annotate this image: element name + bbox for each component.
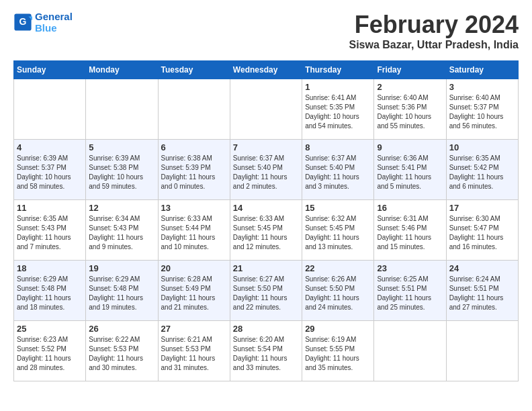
- day-info: Sunrise: 6:29 AM Sunset: 5:48 PM Dayligh…: [89, 275, 154, 312]
- day-info: Sunrise: 6:31 AM Sunset: 5:46 PM Dayligh…: [377, 214, 443, 252]
- calendar-cell: 24Sunrise: 6:24 AM Sunset: 5:51 PM Dayli…: [446, 261, 518, 321]
- header-sunday: Sunday: [14, 61, 86, 79]
- day-info: Sunrise: 6:27 AM Sunset: 5:50 PM Dayligh…: [233, 275, 299, 312]
- calendar-cell: 21Sunrise: 6:27 AM Sunset: 5:50 PM Dayli…: [230, 261, 302, 321]
- day-info: Sunrise: 6:23 AM Sunset: 5:52 PM Dayligh…: [17, 335, 83, 373]
- day-number: 25: [17, 324, 83, 334]
- calendar-cell: [230, 79, 302, 140]
- calendar-subtitle: Siswa Bazar, Uttar Pradesh, India: [349, 39, 519, 51]
- day-number: 23: [377, 263, 443, 273]
- day-info: Sunrise: 6:37 AM Sunset: 5:40 PM Dayligh…: [305, 154, 371, 191]
- day-number: 15: [305, 203, 371, 213]
- header-row: SundayMondayTuesdayWednesdayThursdayFrid…: [14, 61, 519, 79]
- day-number: 27: [161, 324, 227, 334]
- day-info: Sunrise: 6:40 AM Sunset: 5:37 PM Dayligh…: [449, 93, 515, 131]
- day-info: Sunrise: 6:22 AM Sunset: 5:53 PM Dayligh…: [89, 335, 154, 373]
- calendar-cell: 14Sunrise: 6:33 AM Sunset: 5:45 PM Dayli…: [230, 200, 302, 261]
- header-monday: Monday: [86, 61, 158, 79]
- day-number: 18: [17, 263, 83, 273]
- day-info: Sunrise: 6:35 AM Sunset: 5:43 PM Dayligh…: [17, 214, 83, 252]
- logo-line1: General: [35, 11, 73, 22]
- day-number: 13: [161, 203, 227, 213]
- day-number: 24: [449, 263, 515, 273]
- day-info: Sunrise: 6:35 AM Sunset: 5:42 PM Dayligh…: [449, 154, 515, 191]
- day-info: Sunrise: 6:19 AM Sunset: 5:55 PM Dayligh…: [305, 335, 371, 373]
- calendar-cell: 8Sunrise: 6:37 AM Sunset: 5:40 PM Daylig…: [302, 140, 374, 200]
- day-number: 1: [305, 82, 371, 92]
- day-info: Sunrise: 6:33 AM Sunset: 5:44 PM Dayligh…: [161, 214, 227, 252]
- calendar-cell: 3Sunrise: 6:40 AM Sunset: 5:37 PM Daylig…: [446, 79, 518, 140]
- title-section: February 2024 Siswa Bazar, Uttar Pradesh…: [349, 11, 519, 51]
- calendar-cell: 10Sunrise: 6:35 AM Sunset: 5:42 PM Dayli…: [446, 140, 518, 200]
- calendar-cell: [14, 79, 86, 140]
- calendar-cell: 9Sunrise: 6:36 AM Sunset: 5:41 PM Daylig…: [374, 140, 446, 200]
- day-info: Sunrise: 6:39 AM Sunset: 5:37 PM Dayligh…: [17, 154, 83, 191]
- day-number: 10: [449, 142, 515, 152]
- header-saturday: Saturday: [446, 61, 518, 79]
- day-number: 14: [233, 203, 299, 213]
- day-number: 2: [377, 82, 443, 92]
- calendar-cell: 20Sunrise: 6:28 AM Sunset: 5:49 PM Dayli…: [158, 261, 230, 321]
- day-info: Sunrise: 6:26 AM Sunset: 5:50 PM Dayligh…: [305, 275, 371, 312]
- calendar-cell: 5Sunrise: 6:39 AM Sunset: 5:38 PM Daylig…: [86, 140, 158, 200]
- calendar-cell: 15Sunrise: 6:32 AM Sunset: 5:45 PM Dayli…: [302, 200, 374, 261]
- day-number: 3: [449, 82, 515, 92]
- day-number: 22: [305, 263, 371, 273]
- day-info: Sunrise: 6:29 AM Sunset: 5:48 PM Dayligh…: [17, 275, 83, 312]
- day-info: Sunrise: 6:33 AM Sunset: 5:45 PM Dayligh…: [233, 214, 299, 252]
- calendar-cell: 6Sunrise: 6:38 AM Sunset: 5:39 PM Daylig…: [158, 140, 230, 200]
- day-info: Sunrise: 6:25 AM Sunset: 5:51 PM Dayligh…: [377, 275, 443, 312]
- calendar-cell: 28Sunrise: 6:20 AM Sunset: 5:54 PM Dayli…: [230, 321, 302, 381]
- header-thursday: Thursday: [302, 61, 374, 79]
- calendar-cell: 12Sunrise: 6:34 AM Sunset: 5:43 PM Dayli…: [86, 200, 158, 261]
- svg-text:G: G: [19, 16, 27, 27]
- calendar-cell: [446, 321, 518, 381]
- calendar-cell: 16Sunrise: 6:31 AM Sunset: 5:46 PM Dayli…: [374, 200, 446, 261]
- week-row-4: 25Sunrise: 6:23 AM Sunset: 5:52 PM Dayli…: [14, 321, 519, 381]
- calendar-cell: [86, 79, 158, 140]
- day-number: 21: [233, 263, 299, 273]
- day-number: 29: [305, 324, 371, 334]
- day-number: 4: [17, 142, 83, 152]
- day-info: Sunrise: 6:20 AM Sunset: 5:54 PM Dayligh…: [233, 335, 299, 373]
- day-number: 8: [305, 142, 371, 152]
- calendar-cell: 23Sunrise: 6:25 AM Sunset: 5:51 PM Dayli…: [374, 261, 446, 321]
- day-number: 28: [233, 324, 299, 334]
- day-number: 19: [89, 263, 154, 273]
- calendar-cell: [158, 79, 230, 140]
- calendar-cell: 22Sunrise: 6:26 AM Sunset: 5:50 PM Dayli…: [302, 261, 374, 321]
- calendar-cell: 17Sunrise: 6:30 AM Sunset: 5:47 PM Dayli…: [446, 200, 518, 261]
- day-number: 9: [377, 142, 443, 152]
- day-info: Sunrise: 6:41 AM Sunset: 5:35 PM Dayligh…: [305, 93, 371, 131]
- day-number: 5: [89, 142, 154, 152]
- day-number: 26: [89, 324, 154, 334]
- calendar-cell: 1Sunrise: 6:41 AM Sunset: 5:35 PM Daylig…: [302, 79, 374, 140]
- calendar-cell: 27Sunrise: 6:21 AM Sunset: 5:53 PM Dayli…: [158, 321, 230, 381]
- calendar-cell: 4Sunrise: 6:39 AM Sunset: 5:37 PM Daylig…: [14, 140, 86, 200]
- calendar-title: February 2024: [349, 11, 519, 39]
- header-wednesday: Wednesday: [230, 61, 302, 79]
- day-number: 11: [17, 203, 83, 213]
- day-number: 16: [377, 203, 443, 213]
- week-row-0: 1Sunrise: 6:41 AM Sunset: 5:35 PM Daylig…: [14, 79, 519, 140]
- logo: G General Blue: [13, 11, 73, 34]
- calendar-cell: 29Sunrise: 6:19 AM Sunset: 5:55 PM Dayli…: [302, 321, 374, 381]
- header-friday: Friday: [374, 61, 446, 79]
- day-info: Sunrise: 6:34 AM Sunset: 5:43 PM Dayligh…: [89, 214, 154, 252]
- calendar-cell: 2Sunrise: 6:40 AM Sunset: 5:36 PM Daylig…: [374, 79, 446, 140]
- calendar-cell: 11Sunrise: 6:35 AM Sunset: 5:43 PM Dayli…: [14, 200, 86, 261]
- day-info: Sunrise: 6:30 AM Sunset: 5:47 PM Dayligh…: [449, 214, 515, 252]
- header-tuesday: Tuesday: [158, 61, 230, 79]
- day-number: 7: [233, 142, 299, 152]
- week-row-1: 4Sunrise: 6:39 AM Sunset: 5:37 PM Daylig…: [14, 140, 519, 200]
- day-info: Sunrise: 6:38 AM Sunset: 5:39 PM Dayligh…: [161, 154, 227, 191]
- logo-line2: Blue: [35, 22, 73, 34]
- calendar-cell: 19Sunrise: 6:29 AM Sunset: 5:48 PM Dayli…: [86, 261, 158, 321]
- day-info: Sunrise: 6:21 AM Sunset: 5:53 PM Dayligh…: [161, 335, 227, 373]
- day-number: 12: [89, 203, 154, 213]
- calendar-cell: 18Sunrise: 6:29 AM Sunset: 5:48 PM Dayli…: [14, 261, 86, 321]
- logo-icon: G: [13, 13, 32, 32]
- day-info: Sunrise: 6:36 AM Sunset: 5:41 PM Dayligh…: [377, 154, 443, 191]
- day-info: Sunrise: 6:28 AM Sunset: 5:49 PM Dayligh…: [161, 275, 227, 312]
- day-info: Sunrise: 6:40 AM Sunset: 5:36 PM Dayligh…: [377, 93, 443, 131]
